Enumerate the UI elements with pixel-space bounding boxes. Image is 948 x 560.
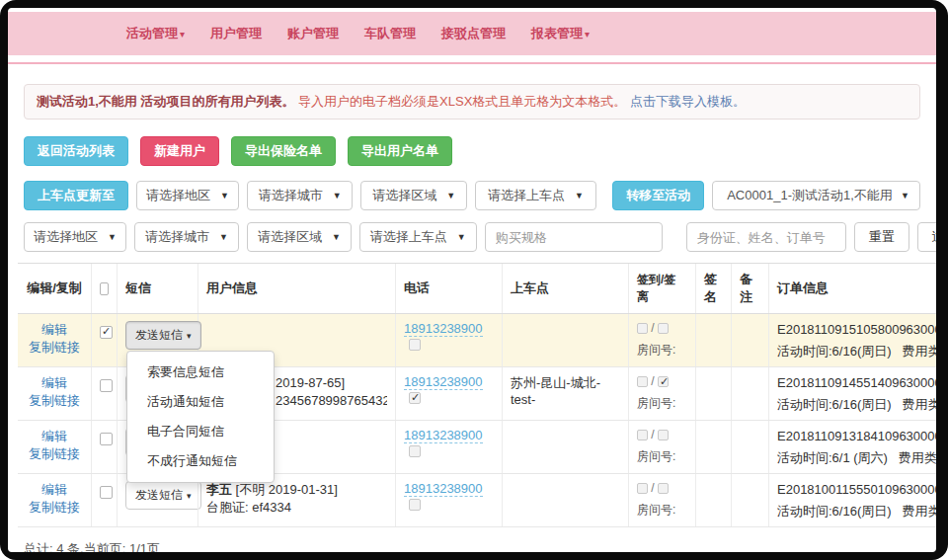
- row-checkbox[interactable]: [100, 486, 113, 499]
- header-phone: 电话: [395, 264, 502, 313]
- select-all-checkbox[interactable]: [100, 282, 109, 295]
- pickup-point-cell: [502, 314, 628, 366]
- chevron-down-icon: ▼: [575, 191, 584, 200]
- sign-out-checkbox[interactable]: [658, 323, 669, 334]
- sign-out-checkbox[interactable]: [658, 430, 669, 440]
- sign-in-checkbox[interactable]: [637, 430, 648, 440]
- activity-select[interactable]: AC0001_1-测试活动1,不能用▼: [712, 181, 920, 210]
- filter-button[interactable]: 过滤: [917, 222, 936, 252]
- signature-cell: [695, 314, 731, 366]
- header-order-info: 订单信息: [768, 264, 936, 313]
- phone-checkbox[interactable]: [409, 392, 421, 404]
- chevron-down-icon: ▾: [187, 491, 192, 501]
- chevron-down-icon: ▾: [585, 29, 590, 40]
- pickup-point-select-2[interactable]: 请选择上车点▼: [359, 222, 477, 252]
- edit-link[interactable]: 编辑: [26, 428, 83, 445]
- alert-banner: 测试活动1,不能用 活动项目的所有用户列表。 导入用户的电子档必须是XLSX格式…: [24, 84, 920, 120]
- alert-warning-text: 导入用户的电子档必须是XLSX格式且单元格为文本格式。: [298, 94, 626, 109]
- purchase-spec-input[interactable]: [485, 222, 663, 252]
- chevron-down-icon: ▾: [180, 29, 185, 40]
- edit-link[interactable]: 编辑: [26, 481, 83, 499]
- transfer-to-activity-button[interactable]: 转移至活动: [612, 181, 704, 210]
- header-user-info: 用户信息: [198, 264, 395, 313]
- menu-item-request-info-sms[interactable]: 索要信息短信: [127, 358, 274, 387]
- nav-item-shuttle-point-mgmt[interactable]: 接驳点管理: [441, 25, 506, 42]
- menu-item-trip-cancel-sms[interactable]: 不成行通知短信: [127, 446, 274, 476]
- nav-item-report-mgmt[interactable]: 报表管理▾: [531, 25, 590, 42]
- city-select-2[interactable]: 请选择城市▼: [134, 222, 239, 252]
- header-sms: 短信: [117, 264, 198, 313]
- sign-out-checkbox[interactable]: [658, 376, 669, 387]
- order-info-cell: E2018110915105800963000025 活动时间:6/16(周日)…: [768, 314, 936, 366]
- region-select-2[interactable]: 请选择地区▼: [24, 222, 126, 252]
- region-select[interactable]: 请选择地区▼: [136, 181, 239, 210]
- phone-checkbox[interactable]: [409, 445, 421, 457]
- search-input[interactable]: [686, 222, 846, 252]
- sign-in-checkbox[interactable]: [637, 376, 648, 387]
- pickup-point-select[interactable]: 请选择上车点▼: [475, 181, 596, 210]
- edit-link[interactable]: 编辑: [26, 374, 83, 392]
- send-sms-button[interactable]: 发送短信▾: [125, 321, 201, 350]
- order-info-cell: E201811091318410963000031 活动时间:6/1 (周六) …: [768, 421, 936, 473]
- export-user-list-button[interactable]: 导出用户名单: [348, 136, 452, 166]
- page: 活动管理▾ 用户管理 账户管理 车队管理 接驳点管理 报表管理▾ 测试活动1,不…: [8, 8, 936, 552]
- menu-item-activity-notice-sms[interactable]: 活动通知短信: [127, 387, 274, 417]
- phone-link[interactable]: 18913238900: [404, 374, 483, 390]
- note-cell: [731, 314, 768, 366]
- menu-item-e-contract-sms[interactable]: 电子合同短信: [127, 417, 274, 446]
- header-note: 备注: [731, 264, 768, 313]
- top-navbar: 活动管理▾ 用户管理 账户管理 车队管理 接驳点管理 报表管理▾: [8, 12, 936, 55]
- screenshot-frame: 活动管理▾ 用户管理 账户管理 车队管理 接驳点管理 报表管理▾ 测试活动1,不…: [0, 0, 948, 560]
- row-checkbox[interactable]: [100, 326, 113, 339]
- district-select[interactable]: 请选择区域▼: [360, 181, 466, 210]
- back-to-activity-list-button[interactable]: 返回活动列表: [24, 136, 128, 166]
- phone-link[interactable]: 18913238900: [404, 428, 483, 443]
- chevron-down-icon: ▼: [108, 232, 117, 242]
- reset-button[interactable]: 重置: [854, 222, 909, 252]
- room-number-label: 房间号:: [637, 448, 687, 465]
- navbar-divider: [8, 62, 936, 64]
- phone-link[interactable]: 18913238900: [404, 481, 483, 497]
- pickup-point-cell: [502, 421, 628, 473]
- edit-link[interactable]: 编辑: [26, 321, 83, 339]
- chevron-down-icon: ▼: [219, 232, 228, 242]
- pickup-point-cell: 苏州-昆山-城北-test-: [502, 367, 628, 420]
- sign-in-out-cell: / 房间号:: [628, 314, 695, 366]
- new-user-button[interactable]: 新建用户: [140, 136, 219, 166]
- nav-item-user-mgmt[interactable]: 用户管理: [210, 25, 262, 42]
- row-checkbox[interactable]: [100, 433, 113, 445]
- chevron-down-icon: ▼: [220, 191, 229, 200]
- table-row: 编辑 复制链接 发送短信▾ 索要信息短信 活动通知短信 电子合同短信 不成行通知…: [18, 314, 936, 367]
- row-checkbox[interactable]: [100, 379, 113, 392]
- nav-item-activity-mgmt[interactable]: 活动管理▾: [126, 25, 185, 42]
- copy-link[interactable]: 复制链接: [26, 445, 83, 463]
- sign-out-checkbox[interactable]: [658, 483, 669, 494]
- copy-link[interactable]: 复制链接: [26, 339, 83, 357]
- phone-checkbox[interactable]: [409, 499, 421, 511]
- header-sign-in-out: 签到/签离: [628, 264, 695, 313]
- header-signature: 签名: [695, 264, 731, 313]
- header-edit-copy: 编辑/复制: [18, 264, 91, 313]
- update-pickup-point-button[interactable]: 上车点更新至: [24, 181, 128, 210]
- nav-item-account-mgmt[interactable]: 账户管理: [287, 25, 339, 42]
- phone-link[interactable]: 18913238900: [404, 321, 483, 337]
- user-name: 李五: [206, 482, 232, 497]
- room-number-label: 房间号:: [637, 342, 687, 359]
- filter-row-2: 请选择地区▼ 请选择城市▼ 请选择区域▼ 请选择上车点▼ 重置 过滤: [24, 222, 920, 252]
- sms-dropdown-menu: 索要信息短信 活动通知短信 电子合同短信 不成行通知短信: [126, 351, 275, 483]
- chevron-down-icon: ▼: [446, 191, 455, 200]
- copy-link[interactable]: 复制链接: [26, 392, 83, 410]
- send-sms-button[interactable]: 发送短信▾: [125, 481, 201, 510]
- nav-item-fleet-mgmt[interactable]: 车队管理: [364, 25, 416, 42]
- copy-link[interactable]: 复制链接: [26, 499, 83, 517]
- city-select[interactable]: 请选择城市▼: [247, 181, 353, 210]
- export-insurance-list-button[interactable]: 导出保险名单: [231, 136, 336, 166]
- sign-in-checkbox[interactable]: [637, 323, 648, 334]
- download-template-link[interactable]: 点击下载导入模板。: [630, 94, 746, 109]
- phone-checkbox[interactable]: [409, 339, 421, 351]
- note-cell: [731, 421, 768, 473]
- user-table: 编辑/复制 短信 用户信息 电话 上车点 签到/签离 签名 备注 订单信息 编辑…: [18, 263, 936, 527]
- sign-in-checkbox[interactable]: [637, 483, 648, 494]
- chevron-down-icon: ▼: [333, 191, 342, 200]
- district-select-2[interactable]: 请选择区域▼: [247, 222, 352, 252]
